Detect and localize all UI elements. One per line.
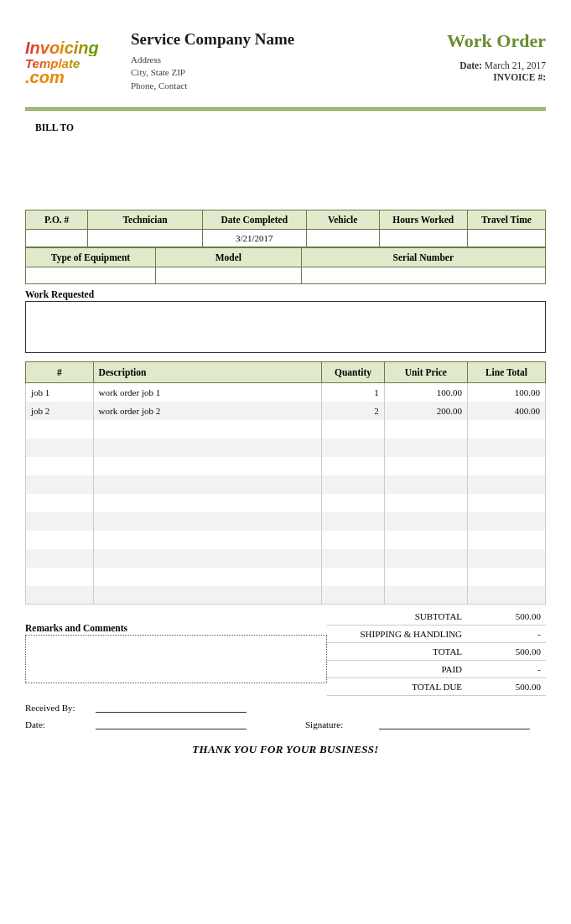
item-ltotal: 100.00 <box>467 383 545 402</box>
info1-header: Date Completed <box>202 210 306 230</box>
bill-to-label: BILL TO <box>35 122 546 132</box>
info1-cell <box>306 230 379 247</box>
table-row <box>26 457 546 475</box>
item-uprice <box>384 439 467 457</box>
table-row: job 2work order job 22200.00400.00 <box>26 402 546 420</box>
item-ltotal <box>467 439 545 457</box>
info1-header: Travel Time <box>467 210 545 230</box>
item-desc <box>93 457 322 475</box>
signature-area: Received By: Date: Signature: <box>25 701 546 729</box>
item-qty <box>322 475 384 494</box>
total-value: 500.00 <box>467 643 546 661</box>
table-row <box>26 439 546 457</box>
due-value: 500.00 <box>467 678 546 696</box>
item-num <box>26 475 94 494</box>
item-uprice <box>384 457 467 475</box>
item-desc <box>93 512 322 531</box>
received-by-label: Received By: <box>25 703 92 713</box>
item-ltotal <box>467 586 545 605</box>
items-header-num: # <box>26 362 94 383</box>
table-row <box>26 475 546 494</box>
item-num: job 2 <box>26 402 94 420</box>
item-qty <box>322 420 384 439</box>
item-qty <box>322 494 384 512</box>
received-by-line <box>96 701 247 713</box>
item-qty: 1 <box>322 383 384 402</box>
table-row <box>26 512 546 531</box>
info1-cell <box>26 230 88 247</box>
item-num <box>26 531 94 549</box>
sign-date-line <box>96 718 247 729</box>
logo: Invoicing Template .com <box>25 25 116 99</box>
info2-header: Serial Number <box>301 248 545 267</box>
item-desc <box>93 494 322 512</box>
item-qty <box>322 512 384 531</box>
item-uprice <box>384 586 467 605</box>
header: Invoicing Template .com Service Company … <box>25 25 546 99</box>
item-uprice: 100.00 <box>384 383 467 402</box>
item-desc: work order job 2 <box>93 402 322 420</box>
item-uprice: 200.00 <box>384 402 467 420</box>
item-desc <box>93 568 322 586</box>
table-row <box>26 549 546 568</box>
item-uprice <box>384 494 467 512</box>
bill-to-area <box>25 132 546 210</box>
item-desc <box>93 586 322 605</box>
info-table-1: P.O. # Technician Date Completed Vehicle… <box>25 210 546 247</box>
item-desc <box>93 549 322 568</box>
info1-header: Technician <box>88 210 202 230</box>
item-desc <box>93 439 322 457</box>
info1-cell <box>467 230 545 247</box>
shipping-label: SHIPPING & HANDLING <box>327 626 467 643</box>
item-uprice <box>384 568 467 586</box>
item-ltotal <box>467 475 545 494</box>
subtotal-value: 500.00 <box>467 608 546 626</box>
info1-header: Vehicle <box>306 210 379 230</box>
document-title: Work Order <box>447 30 546 52</box>
item-ltotal <box>467 549 545 568</box>
item-desc <box>93 475 322 494</box>
item-ltotal <box>467 531 545 549</box>
item-num <box>26 420 94 439</box>
item-uprice <box>384 512 467 531</box>
item-num <box>26 549 94 568</box>
item-uprice <box>384 420 467 439</box>
company-citystatezip: City, State ZIP <box>131 66 432 79</box>
item-ltotal <box>467 568 545 586</box>
table-row <box>26 531 546 549</box>
items-header-qty: Quantity <box>322 362 384 383</box>
items-header-desc: Description <box>93 362 322 383</box>
header-divider <box>25 107 546 111</box>
work-requested-label: Work Requested <box>25 289 546 299</box>
item-ltotal: 400.00 <box>467 402 545 420</box>
item-qty <box>322 568 384 586</box>
info2-header: Type of Equipment <box>26 248 156 267</box>
item-qty <box>322 531 384 549</box>
items-header-uprice: Unit Price <box>384 362 467 383</box>
item-ltotal <box>467 494 545 512</box>
item-num: job 1 <box>26 383 94 402</box>
item-desc <box>93 531 322 549</box>
items-table: # Description Quantity Unit Price Line T… <box>25 361 546 605</box>
info2-cell <box>26 267 156 284</box>
table-row: job 1work order job 11100.00100.00 <box>26 383 546 402</box>
item-qty: 2 <box>322 402 384 420</box>
invoice-num-label: INVOICE #: <box>493 72 546 82</box>
item-desc <box>93 420 322 439</box>
paid-value: - <box>467 661 546 678</box>
item-num <box>26 494 94 512</box>
company-address: Address <box>131 54 432 66</box>
total-label: TOTAL <box>327 643 467 661</box>
signature-line <box>379 718 530 729</box>
item-desc: work order job 1 <box>93 383 322 402</box>
item-num <box>26 568 94 586</box>
table-row <box>26 494 546 512</box>
info1-cell: 3/21/2017 <box>202 230 306 247</box>
items-header-ltotal: Line Total <box>467 362 545 383</box>
item-ltotal <box>467 420 545 439</box>
item-num <box>26 512 94 531</box>
info1-cell <box>379 230 467 247</box>
item-num <box>26 457 94 475</box>
due-label: TOTAL DUE <box>327 678 467 696</box>
info1-header: Hours Worked <box>379 210 467 230</box>
